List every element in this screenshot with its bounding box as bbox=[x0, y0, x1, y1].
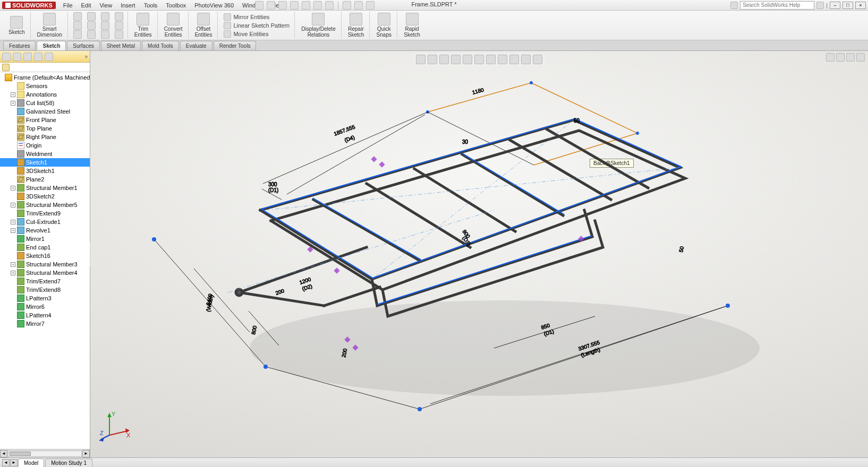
undo-icon[interactable] bbox=[302, 1, 310, 10]
fm-dimxpert-tab-icon[interactable] bbox=[34, 53, 42, 61]
display-relations-button[interactable]: Display/Delete Relations bbox=[299, 12, 337, 39]
feature-filter[interactable] bbox=[0, 63, 90, 72]
redo-icon[interactable] bbox=[313, 1, 322, 10]
fm-tree-tab-icon[interactable] bbox=[2, 53, 11, 61]
mirror-entities-button[interactable]: Mirror Entities bbox=[222, 13, 271, 21]
menu-file[interactable]: File bbox=[59, 1, 77, 10]
linear-pattern-button[interactable]: Linear Sketch Pattern bbox=[222, 21, 291, 30]
point-tool-icon[interactable] bbox=[101, 30, 109, 39]
tree-item[interactable]: Mirror6 bbox=[0, 302, 90, 311]
options-icon[interactable] bbox=[354, 1, 363, 10]
tree-item[interactable]: +Cut list(58) bbox=[0, 99, 90, 107]
tab-features[interactable]: Features bbox=[3, 41, 36, 50]
rapid-sketch-button[interactable]: Rapid Sketch bbox=[402, 12, 422, 39]
polygon-tool-icon[interactable] bbox=[87, 30, 96, 39]
new-icon[interactable] bbox=[255, 1, 263, 10]
tree-item[interactable]: Front Plane bbox=[0, 116, 90, 124]
menu-toolbox[interactable]: Toolbox bbox=[161, 1, 190, 10]
bottom-tab-model[interactable]: Model bbox=[18, 459, 44, 467]
tree-item[interactable]: 3DSketch1 bbox=[0, 167, 90, 175]
slot-tool-icon[interactable] bbox=[101, 12, 109, 21]
trim-entities-button[interactable]: Trim Entities bbox=[132, 12, 154, 39]
fm-config-tab-icon[interactable] bbox=[23, 53, 32, 61]
tree-item[interactable]: Origin bbox=[0, 141, 90, 150]
convert-entities-button[interactable]: Convert Entities bbox=[162, 12, 185, 39]
tree-item[interactable]: +Structural Member1 bbox=[0, 184, 90, 192]
print-icon[interactable] bbox=[290, 1, 299, 10]
plane-tool-icon[interactable] bbox=[115, 30, 123, 39]
tab-evaluate[interactable]: Evaluate bbox=[180, 41, 212, 50]
tree-item[interactable]: End cap1 bbox=[0, 243, 90, 252]
close-button[interactable]: × bbox=[855, 2, 866, 9]
fm-property-tab-icon[interactable] bbox=[13, 53, 21, 61]
select-icon[interactable] bbox=[325, 1, 334, 10]
tree-item[interactable]: Sensors bbox=[0, 82, 90, 90]
fm-display-tab-icon[interactable] bbox=[45, 53, 53, 61]
open-icon[interactable] bbox=[267, 1, 275, 10]
tree-item[interactable]: Sketch16 bbox=[0, 252, 90, 260]
feature-tree-scrollbar[interactable]: ◄ ► bbox=[0, 449, 90, 457]
tree-item[interactable]: Trim/Extend9 bbox=[0, 209, 90, 218]
scroll-thumb[interactable] bbox=[10, 452, 31, 456]
tree-item[interactable]: LPattern3 bbox=[0, 294, 90, 302]
tree-item[interactable]: Trim/Extend8 bbox=[0, 286, 90, 294]
minimize-button[interactable]: – bbox=[830, 2, 840, 9]
tree-item[interactable]: +Structural Member3 bbox=[0, 260, 90, 269]
tree-item[interactable]: 3DSketch2 bbox=[0, 192, 90, 201]
scroll-right-icon[interactable]: ► bbox=[82, 450, 90, 457]
quick-snaps-button[interactable]: Quick Snaps bbox=[375, 12, 394, 39]
spline-tool-icon[interactable] bbox=[87, 21, 96, 30]
repair-sketch-button[interactable]: Repair Sketch bbox=[346, 12, 367, 39]
tree-item[interactable]: Plane2 bbox=[0, 175, 90, 184]
tree-item[interactable]: +Structural Member5 bbox=[0, 201, 90, 209]
fm-tabs-overflow-icon[interactable]: » bbox=[84, 54, 88, 59]
menu-tools[interactable]: Tools bbox=[140, 1, 162, 10]
tree-item[interactable]: Right Plane bbox=[0, 133, 90, 141]
menu-view[interactable]: View bbox=[95, 1, 116, 10]
tab-surfaces[interactable]: Surfaces bbox=[67, 41, 99, 50]
menu-photoview-360[interactable]: PhotoView 360 bbox=[190, 1, 238, 10]
tab-sheet-metal[interactable]: Sheet Metal bbox=[101, 41, 141, 50]
tab-mold-tools[interactable]: Mold Tools bbox=[142, 41, 179, 50]
tab-sketch[interactable]: Sketch bbox=[37, 41, 66, 50]
search-input[interactable] bbox=[740, 1, 814, 10]
tree-item[interactable]: Mirror7 bbox=[0, 319, 90, 328]
line-tool-icon[interactable] bbox=[73, 12, 82, 21]
tree-item[interactable]: Top Plane bbox=[0, 124, 90, 133]
search-icon[interactable] bbox=[730, 2, 738, 9]
rectangle-tool-icon[interactable] bbox=[73, 21, 82, 30]
tree-item[interactable]: +Revolve1 bbox=[0, 226, 90, 235]
smart-dimension-button[interactable]: Smart Dimension bbox=[35, 12, 64, 39]
tab-scroll-left-icon[interactable]: ◄ bbox=[2, 459, 10, 466]
rebuild-icon[interactable] bbox=[343, 1, 351, 10]
tree-item[interactable]: +Structural Member4 bbox=[0, 269, 90, 277]
scroll-left-icon[interactable]: ◄ bbox=[0, 450, 7, 457]
fillet-tool-icon[interactable] bbox=[115, 12, 123, 21]
tree-item[interactable]: Mirror1 bbox=[0, 235, 90, 243]
tree-root[interactable]: Frame (Default<As Machined>< bbox=[0, 73, 90, 82]
bottom-tab-motion-study-1[interactable]: Motion Study 1 bbox=[45, 459, 92, 467]
ellipse-tool-icon[interactable] bbox=[101, 21, 109, 30]
tree-item[interactable]: Sketch1 bbox=[0, 158, 90, 167]
tree-item[interactable]: LPattern4 bbox=[0, 311, 90, 319]
offset-entities-button[interactable]: Offset Entities bbox=[193, 12, 215, 39]
tree-item[interactable]: +Annotations bbox=[0, 90, 90, 99]
tree-item[interactable]: Trim/Extend7 bbox=[0, 277, 90, 286]
help-icon[interactable] bbox=[816, 2, 824, 9]
tab-render-tools[interactable]: Render Tools bbox=[214, 41, 257, 50]
graphics-area[interactable]: Back@Sketch1 bbox=[90, 51, 868, 457]
restore-button[interactable]: □ bbox=[843, 2, 853, 9]
tree-item[interactable]: Galvanized Steel bbox=[0, 107, 90, 116]
arc-tool-icon[interactable] bbox=[87, 12, 96, 21]
sketch-button[interactable]: Sketch bbox=[6, 15, 27, 36]
save-icon[interactable] bbox=[278, 1, 287, 10]
text-tool-icon[interactable] bbox=[115, 21, 123, 30]
tree-item[interactable]: Weldment bbox=[0, 150, 90, 158]
screen-capture-icon[interactable] bbox=[366, 1, 375, 10]
circle-tool-icon[interactable] bbox=[73, 30, 82, 39]
orientation-triad[interactable]: Y X Z bbox=[100, 410, 132, 442]
menu-edit[interactable]: Edit bbox=[77, 1, 96, 10]
tree-item[interactable]: +Cut-Extrude1 bbox=[0, 218, 90, 226]
menu-insert[interactable]: Insert bbox=[116, 1, 140, 10]
move-entities-button[interactable]: Move Entities bbox=[222, 30, 270, 38]
